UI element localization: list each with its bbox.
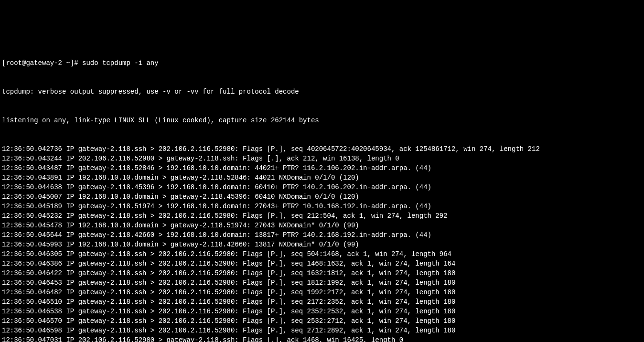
packet-line: 12:36:50.043487 IP gateway-2.118.52846 >… — [2, 163, 642, 173]
packet-line: 12:36:50.046510 IP gateway-2.118.ssh > 2… — [2, 297, 642, 307]
packet-line: 12:36:50.043244 IP 202.106.2.116.52980 >… — [2, 154, 642, 163]
tcpdump-header-2: listening on any, link-type LINUX_SLL (L… — [2, 116, 642, 125]
packet-line: 12:36:50.045232 IP gateway-2.118.ssh > 2… — [2, 211, 642, 221]
tcpdump-output: 12:36:50.042736 IP gateway-2.118.ssh > 2… — [2, 144, 642, 342]
packet-line: 12:36:50.045478 IP 192.168.10.10.domain … — [2, 221, 642, 230]
packet-line: 12:36:50.045007 IP 192.168.10.10.domain … — [2, 192, 642, 202]
packet-line: 12:36:50.042736 IP gateway-2.118.ssh > 2… — [2, 144, 642, 154]
shell-prompt-line: [root@gateway-2 ~]# sudo tcpdump -i any — [2, 58, 642, 68]
packet-line: 12:36:50.046482 IP gateway-2.118.ssh > 2… — [2, 288, 642, 297]
terminal-window[interactable]: [root@gateway-2 ~]# sudo tcpdump -i any … — [0, 38, 644, 342]
packet-line: 12:36:50.045189 IP gateway-2.118.51974 >… — [2, 202, 642, 211]
packet-line: 12:36:50.046598 IP gateway-2.118.ssh > 2… — [2, 326, 642, 335]
packet-line: 12:36:50.045993 IP 192.168.10.10.domain … — [2, 240, 642, 249]
packet-line: 12:36:50.046386 IP gateway-2.118.ssh > 2… — [2, 259, 642, 268]
packet-line: 12:36:50.047031 IP 202.106.2.116.52980 >… — [2, 335, 642, 342]
packet-line: 12:36:50.045644 IP gateway-2.118.42660 >… — [2, 230, 642, 240]
packet-line: 12:36:50.043891 IP 192.168.10.10.domain … — [2, 173, 642, 182]
packet-line: 12:36:50.044638 IP gateway-2.118.45396 >… — [2, 182, 642, 192]
packet-line: 12:36:50.046422 IP gateway-2.118.ssh > 2… — [2, 268, 642, 278]
packet-line: 12:36:50.046538 IP gateway-2.118.ssh > 2… — [2, 307, 642, 316]
packet-line: 12:36:50.046305 IP gateway-2.118.ssh > 2… — [2, 249, 642, 259]
packet-line: 12:36:50.046453 IP gateway-2.118.ssh > 2… — [2, 278, 642, 288]
tcpdump-header-1: tcpdump: verbose output suppressed, use … — [2, 87, 642, 96]
packet-line: 12:36:50.046570 IP gateway-2.118.ssh > 2… — [2, 316, 642, 326]
